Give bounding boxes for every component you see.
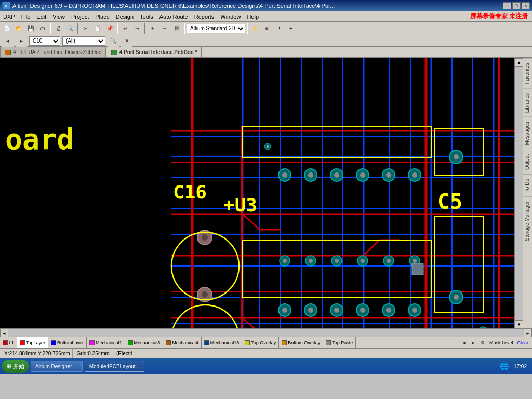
cb-x[interactable]: ✕ <box>121 35 132 47</box>
right-panel: Favorites Libraries Messages Output To D… <box>523 58 532 328</box>
tb-route-bus[interactable]: ≡ <box>261 23 273 34</box>
layer-mech4[interactable]: Mechanical4 <box>163 337 202 348</box>
scroll-down-button[interactable]: ▼ <box>515 320 523 328</box>
tb-interactive-route[interactable]: ⚡ <box>249 23 261 34</box>
panel-tab-messages[interactable]: Messages <box>523 117 532 150</box>
layer-prev-btn[interactable]: ◄ <box>460 339 468 347</box>
menu-help[interactable]: Help <box>244 12 262 21</box>
svg-point-55 <box>360 172 365 178</box>
cb-right[interactable]: ► <box>16 35 27 47</box>
svg-point-69 <box>386 308 391 313</box>
taskbar-icons: 🌐 <box>500 362 509 370</box>
layer-mech16[interactable]: Mechanical16 <box>202 337 243 348</box>
tb-save-all[interactable]: 🗃 <box>37 23 48 34</box>
menu-place[interactable]: Place <box>92 12 113 21</box>
panel-tab-libraries[interactable]: Libraries <box>523 88 532 117</box>
cb-left[interactable]: ◄ <box>2 35 14 47</box>
svg-point-51 <box>308 172 313 178</box>
layer-bottomoverlay[interactable]: Bottom Overlay <box>279 337 323 348</box>
tb-print[interactable]: 🖨 <box>52 23 64 34</box>
tab-sch[interactable]: 4 Port UART and Line Drivers.SchDoc <box>0 47 106 57</box>
panel-tab-storage[interactable]: Storage Manager <box>523 196 532 245</box>
panel-tab-output[interactable]: Output <box>523 150 532 174</box>
menu-reports[interactable]: Reports <box>191 12 218 21</box>
tab-pcb-label: 4 Port Serial Interface.PcbDoc * <box>119 49 197 55</box>
taskbar-altium[interactable]: Altium Designer ... <box>31 361 83 372</box>
layer-topoverlay-label: Top Overlay <box>251 340 276 345</box>
tb-undo[interactable]: ↩ <box>119 23 131 34</box>
layer-controls: ◄ ► ⚙ Mask Level Clear <box>458 339 532 347</box>
tb-zoom-out[interactable]: − <box>159 23 170 34</box>
svg-point-49 <box>282 172 287 178</box>
start-icon: ⊞ <box>6 363 11 370</box>
sep3 <box>117 23 118 34</box>
panel-tab-todo[interactable]: To Do <box>523 174 532 196</box>
tb-paste[interactable]: 📌 <box>104 23 115 34</box>
layer-bottomlayer-label: BottomLayer <box>57 340 84 345</box>
layer-l1-dot <box>3 340 8 345</box>
layer-filter-combo[interactable]: (All) TopLayer BottomLayer <box>62 36 105 46</box>
taskbar-module[interactable]: Module4PCBLayout... <box>85 361 144 372</box>
panel-tab-favorites[interactable]: Favorites <box>523 58 532 88</box>
svg-text:+U3: +U3 <box>223 194 257 216</box>
menu-project[interactable]: Project <box>68 12 92 21</box>
maximize-button[interactable]: □ <box>512 2 521 9</box>
tb-zoom-in[interactable]: + <box>147 23 158 34</box>
tab-pcb[interactable]: 4 Port Serial Interface.PcbDoc * <box>107 47 202 57</box>
layer-next-btn[interactable]: ► <box>469 339 477 347</box>
svg-point-67 <box>360 308 365 313</box>
tb-new[interactable]: 📄 <box>1 23 12 34</box>
tab-sch-label: 4 Port UART and Line Drivers.SchDoc <box>13 49 101 55</box>
minimize-button[interactable]: − <box>503 2 511 9</box>
close-button[interactable]: × <box>522 2 530 9</box>
menu-auto-route[interactable]: Auto Route <box>156 12 191 21</box>
layer-l1[interactable]: L1 <box>0 337 17 348</box>
scroll-left-button[interactable]: ◄ <box>0 329 8 337</box>
tb-cut[interactable]: ✂ <box>80 23 91 34</box>
layer-toppaste[interactable]: Top Paste <box>323 337 356 348</box>
tb-redo[interactable]: ↪ <box>131 23 143 34</box>
svg-text:C8: C8 <box>436 328 461 328</box>
cb-search[interactable]: 🔍 <box>108 35 119 47</box>
layer-settings-btn[interactable]: ⚙ <box>478 339 487 347</box>
menu-design[interactable]: Design <box>113 12 137 21</box>
layer-mech1-label: Mechanical1 <box>96 340 122 345</box>
layer-mech3[interactable]: Mechanical3 <box>125 337 164 348</box>
tb-open[interactable]: 📂 <box>13 23 24 34</box>
layer-topoverlay[interactable]: Top Overlay <box>242 337 279 348</box>
taskbar-module-label: Module4PCBLayout... <box>89 364 140 369</box>
svg-point-77 <box>335 259 339 263</box>
menu-view[interactable]: View <box>49 12 68 21</box>
layer-toplayer[interactable]: TopLayer <box>17 337 48 348</box>
toolbar-main: 📄 📂 💾 🗃 🖨 🔍 ✂ 📋 📌 ↩ ↪ + − ⊞ Altium Stand… <box>0 22 532 35</box>
layer-bottomlayer[interactable]: BottomLayer <box>48 337 87 348</box>
vertical-scrollbar: ▲ ▼ <box>514 58 523 328</box>
clear-button[interactable]: Clear <box>515 340 530 345</box>
tb-copy[interactable]: 📋 <box>92 23 103 34</box>
menu-window[interactable]: Window <box>217 12 244 21</box>
watermark: 屏幕录像专家 未注册 <box>470 12 532 21</box>
menu-file[interactable]: File <box>18 12 34 21</box>
start-button[interactable]: ⊞ 开始 <box>2 360 29 373</box>
tb-fanout[interactable]: ✦ <box>285 23 297 34</box>
pcb-canvas[interactable]: oard C16 +U3 C5 C17 +U4 C8 <box>0 58 514 328</box>
h-scroll-track[interactable] <box>8 329 524 337</box>
menu-dxp[interactable]: DXP <box>0 12 18 21</box>
tb-zoom-fit[interactable]: ⊞ <box>171 23 182 34</box>
style-combo[interactable]: Altium Standard 2D Altium Standard 3D <box>187 24 245 33</box>
scroll-track[interactable] <box>515 66 523 320</box>
tb-route-multi[interactable]: ⫶ <box>273 23 285 34</box>
menu-tools[interactable]: Tools <box>137 12 156 21</box>
sch-tab-icon <box>5 50 11 55</box>
component-combo[interactable]: C10 C16 C17 <box>29 36 60 46</box>
tb-print-preview[interactable]: 🔍 <box>64 23 76 34</box>
tb-save[interactable]: 💾 <box>25 23 36 34</box>
layer-mech3-label: Mechanical3 <box>134 340 161 345</box>
layer-mech1[interactable]: Mechanical1 <box>87 337 125 348</box>
layer-topoverlay-dot <box>245 340 250 345</box>
menu-edit[interactable]: Edit <box>33 12 49 21</box>
scroll-up-button[interactable]: ▲ <box>515 58 523 66</box>
scroll-right-button[interactable]: ► <box>524 329 532 337</box>
svg-point-65 <box>334 308 339 313</box>
svg-point-71 <box>412 308 417 313</box>
